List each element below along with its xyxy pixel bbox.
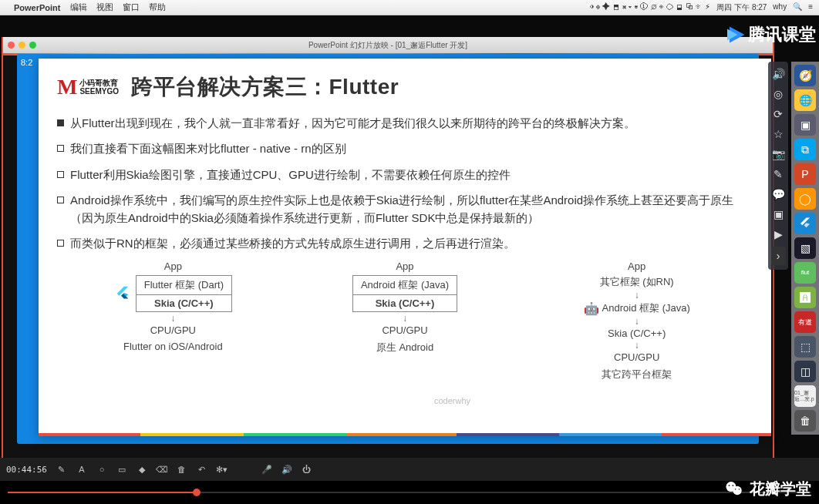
rect-tool-icon[interactable]: ▭ — [116, 464, 127, 475]
zoom-traffic-light[interactable] — [29, 42, 36, 49]
bullet-4-text: Android操作系统中，我们编写的原生控件实际上也是依赖于Skia进行绘制，所… — [70, 191, 753, 227]
pp-window-title: PowerPoint 幻灯片放映 - [01_邂逅Flutter 开发] — [308, 40, 467, 51]
video-control-bar: 00:44:56 ✎ A ○ ▭ ◆ ⌫ 🗑 ↶ ✻▾ 🎤 🔊 ⏻ — [0, 458, 819, 481]
mac-menubar: PowerPoint 编辑 视图 窗口 帮助 ◑ ⊕ ✦ ⬒ ⌘ ▾ ⌨ ⓘ ⌀… — [0, 0, 819, 15]
traffic-lights[interactable] — [8, 42, 36, 49]
circle-tool-icon[interactable]: ○ — [96, 464, 107, 475]
pen-tool-icon[interactable]: ✎ — [56, 464, 67, 475]
player-icon[interactable]: ▣ — [770, 207, 786, 222]
android-icon: 🤖 — [584, 301, 598, 315]
menubar-datetime[interactable]: 周四 下午 8:27 — [716, 2, 767, 13]
edit-icon[interactable]: ✎ — [770, 166, 786, 182]
target-icon[interactable]: ◎ — [770, 86, 786, 102]
col3-line3: Skia (C/C++) — [521, 328, 753, 339]
menu-window[interactable]: 窗口 — [123, 2, 140, 13]
comment-icon[interactable]: 💬 — [770, 186, 786, 202]
dock-app-flutter[interactable] — [794, 213, 816, 234]
col2-app: App — [289, 260, 521, 272]
chevron-right-icon[interactable]: › — [771, 247, 786, 265]
refresh-icon[interactable]: ⟳ — [770, 106, 786, 122]
col1-below: CPU/GPU — [57, 324, 289, 336]
progress-handle[interactable] — [193, 489, 201, 496]
minimize-traffic-light[interactable] — [19, 42, 25, 49]
dock-app-flut[interactable]: flut — [794, 262, 816, 284]
dock-app-vscode[interactable]: ⧉ — [794, 139, 816, 160]
col2-below: CPU/GPU — [289, 324, 521, 336]
logo-en: SEEMYGO — [79, 87, 119, 96]
trash-icon[interactable]: 🗑 — [177, 464, 187, 475]
slide-title: 跨平台解决方案三：Flutter — [131, 72, 399, 102]
bullet-2-text: 我们直接看下面这幅图来对比flutter - native - rn的区别 — [70, 139, 346, 157]
text-tool-icon[interactable]: A — [76, 464, 87, 475]
slide-time-badge: 8:2 — [21, 58, 32, 67]
mac-dock: 🧭 🌐 ▣ ⧉ P ◯ ▧ flut 🅰 有道 ⬚ ◫ 01_邂逅...发.p … — [791, 62, 819, 435]
powerpoint-window: PowerPoint 幻灯片放映 - [01_邂逅Flutter 开发] 8:2… — [2, 37, 774, 459]
bullet-marker-hollow — [57, 240, 64, 247]
menu-view[interactable]: 视图 — [96, 2, 113, 13]
speaker-icon[interactable]: 🔊 — [281, 464, 292, 475]
huaban-brand-text: 花瓣学堂 — [750, 479, 811, 499]
menubar-user[interactable]: why — [773, 2, 787, 13]
dock-app-android-studio[interactable]: 🅰 — [794, 287, 816, 308]
search-icon[interactable]: 🔍 — [793, 2, 802, 13]
col3-line1: 其它框架 (如RN) — [521, 275, 753, 289]
col1-row1: Flutter 框架 (Dart) — [136, 276, 231, 295]
slide-content: M 小码哥教育 SEEMYGO 跨平台解决方案三：Flutter 从Flutte… — [39, 59, 771, 436]
dock-app-terminal[interactable]: ▣ — [794, 114, 816, 136]
down-arrow-icon: ↓ — [521, 340, 753, 351]
dock-app-dark[interactable]: ▧ — [794, 237, 816, 259]
menu-edit[interactable]: 编辑 — [70, 2, 87, 13]
architecture-diagrams: App Flutter 框架 (Dart) Skia (C/C++) ↓ CPU… — [57, 260, 753, 381]
col1-app: App — [57, 260, 289, 272]
bullet-1: 从Flutter出现到现在，我个人就一直非常看好，因为它可能才是我们很久以来所期… — [57, 114, 753, 132]
play-icon[interactable]: ▶ — [770, 227, 786, 242]
tencent-play-icon — [725, 23, 748, 46]
col2-row1: Android 框架 (Java) — [353, 276, 457, 295]
progress-track[interactable] — [8, 492, 811, 493]
dock-app-powerpoint[interactable]: P — [794, 163, 816, 185]
settings-icon[interactable]: ✻▾ — [217, 464, 228, 475]
dock-app-youdao[interactable]: 有道 — [794, 311, 816, 333]
tencent-classroom-brand: 腾讯课堂 — [725, 23, 816, 46]
dock-app-chrome[interactable]: 🌐 — [794, 89, 816, 111]
undo-icon[interactable]: ↶ — [197, 464, 207, 475]
col1-caption: Flutter on iOS/Android — [57, 341, 289, 352]
down-arrow-icon: ↓ — [289, 313, 521, 324]
dock-app-safari[interactable]: 🧭 — [794, 65, 816, 86]
col3-line2: Android 框架 (Java) — [602, 301, 690, 315]
camera-icon[interactable]: 📷 — [770, 146, 786, 162]
svg-point-6 — [735, 489, 736, 490]
slide-header: M 小码哥教育 SEEMYGO 跨平台解决方案三：Flutter — [57, 72, 753, 102]
dock-app-misc2[interactable]: ◫ — [794, 361, 816, 382]
volume-icon[interactable]: 🔊 — [770, 66, 786, 82]
pp-titlebar[interactable]: PowerPoint 幻灯片放映 - [01_邂逅Flutter 开发] — [3, 37, 773, 53]
menubar-status-icons[interactable]: ◑ ⊕ ✦ ⬒ ⌘ ▾ ⌨ ⓘ ⌀ ◉ ◯ ⬓ ⧉ ᯤ ⚡︎ — [590, 2, 710, 13]
dock-app-generic[interactable]: ◯ — [794, 188, 816, 210]
wechat-icon — [723, 478, 745, 499]
dock-app-misc1[interactable]: ⬚ — [794, 336, 816, 358]
menu-help[interactable]: 帮助 — [149, 2, 166, 13]
tencent-brand-text: 腾讯课堂 — [748, 23, 816, 46]
bullet-3-text: Flutter利用Skia绘图引擎，直接通过CPU、GPU进行绘制，不需要依赖任… — [70, 166, 511, 183]
fill-tool-icon[interactable]: ◆ — [136, 464, 147, 475]
seemygo-logo: M 小码哥教育 SEEMYGO — [57, 75, 119, 99]
mic-icon[interactable]: 🎤 — [261, 464, 272, 475]
col2-row2: Skia (C/C++) — [353, 295, 457, 311]
huaban-brand: 花瓣学堂 — [723, 478, 811, 499]
menu-icon[interactable]: ≡ — [808, 2, 813, 13]
dock-file[interactable]: 01_邂逅...发.p — [794, 385, 816, 407]
slide-watermark: coderwhy — [434, 396, 470, 405]
bullet-4: Android操作系统中，我们编写的原生控件实际上也是依赖于Skia进行绘制，所… — [57, 191, 753, 227]
eraser-icon[interactable]: ⌫ — [157, 464, 167, 475]
svg-point-5 — [732, 485, 733, 486]
video-progress-bar[interactable] — [0, 481, 819, 504]
bullet-5-text: 而类似于RN的框架，必须通过某些桥接的方式先转成原生进行调用，之后再进行渲染。 — [70, 234, 515, 252]
close-traffic-light[interactable] — [8, 42, 15, 49]
power-icon[interactable]: ⏻ — [302, 464, 312, 475]
favorite-icon[interactable]: ☆ — [770, 126, 786, 142]
diagram-other-rn: App 其它框架 (如RN) ↓ 🤖 Android 框架 (Java) ↓ S… — [521, 260, 753, 381]
col3-app: App — [521, 260, 753, 272]
bullet-5: 而类似于RN的框架，必须通过某些桥接的方式先转成原生进行调用，之后再进行渲染。 — [57, 234, 753, 252]
dock-app-trash[interactable]: 🗑 — [794, 410, 816, 432]
menubar-app-name[interactable]: PowerPoint — [14, 3, 61, 12]
